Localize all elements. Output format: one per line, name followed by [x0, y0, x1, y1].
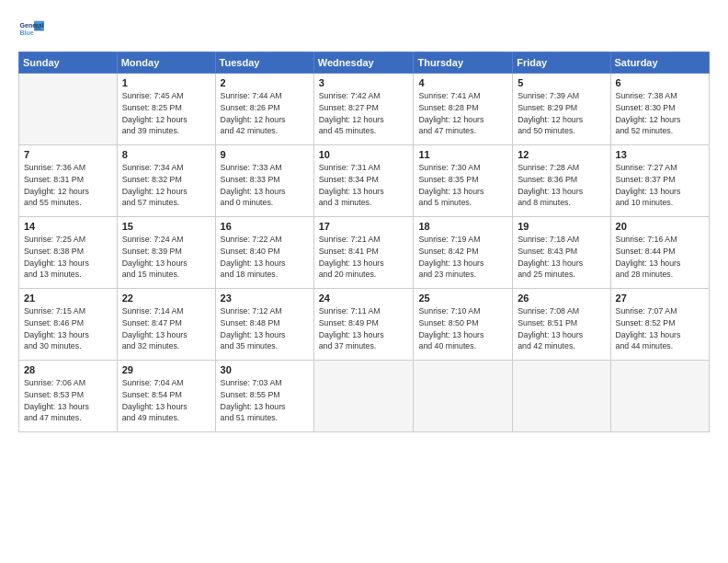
day-number: 11	[418, 149, 507, 160]
col-header-sunday: Sunday	[19, 52, 118, 74]
day-cell	[19, 74, 118, 145]
day-info: Sunrise: 7:22 AM Sunset: 8:40 PM Dayligh…	[221, 234, 309, 281]
day-cell: 10Sunrise: 7:31 AM Sunset: 8:34 PM Dayli…	[313, 145, 414, 217]
day-info: Sunrise: 7:10 AM Sunset: 8:50 PM Dayligh…	[418, 305, 507, 352]
day-number: 3	[319, 77, 409, 88]
day-info: Sunrise: 7:28 AM Sunset: 8:36 PM Dayligh…	[518, 162, 605, 209]
day-info: Sunrise: 7:41 AM Sunset: 8:28 PM Dayligh…	[418, 90, 507, 137]
day-info: Sunrise: 7:39 AM Sunset: 8:29 PM Dayligh…	[518, 90, 605, 137]
day-info: Sunrise: 7:25 AM Sunset: 8:38 PM Dayligh…	[24, 234, 112, 281]
col-header-monday: Monday	[117, 52, 215, 74]
day-number: 9	[221, 149, 309, 160]
day-info: Sunrise: 7:18 AM Sunset: 8:43 PM Dayligh…	[518, 234, 605, 281]
calendar-table: SundayMondayTuesdayWednesdayThursdayFrid…	[18, 52, 710, 432]
day-cell: 18Sunrise: 7:19 AM Sunset: 8:42 PM Dayli…	[414, 217, 513, 289]
day-info: Sunrise: 7:03 AM Sunset: 8:55 PM Dayligh…	[221, 377, 309, 424]
week-row-1: 1Sunrise: 7:45 AM Sunset: 8:25 PM Daylig…	[19, 74, 710, 145]
day-info: Sunrise: 7:15 AM Sunset: 8:46 PM Dayligh…	[24, 305, 112, 352]
week-row-5: 28Sunrise: 7:06 AM Sunset: 8:53 PM Dayli…	[19, 361, 710, 432]
day-number: 6	[616, 77, 704, 88]
day-cell: 24Sunrise: 7:11 AM Sunset: 8:49 PM Dayli…	[313, 289, 414, 361]
week-row-2: 7Sunrise: 7:36 AM Sunset: 8:31 PM Daylig…	[19, 145, 710, 217]
col-header-saturday: Saturday	[610, 52, 709, 74]
day-number: 22	[122, 293, 210, 304]
day-cell: 3Sunrise: 7:42 AM Sunset: 8:27 PM Daylig…	[313, 74, 414, 145]
day-cell	[610, 361, 709, 432]
day-cell: 5Sunrise: 7:39 AM Sunset: 8:29 PM Daylig…	[513, 74, 610, 145]
day-info: Sunrise: 7:11 AM Sunset: 8:49 PM Dayligh…	[319, 305, 409, 352]
day-cell: 25Sunrise: 7:10 AM Sunset: 8:50 PM Dayli…	[414, 289, 513, 361]
col-header-tuesday: Tuesday	[215, 52, 313, 74]
day-cell: 11Sunrise: 7:30 AM Sunset: 8:35 PM Dayli…	[414, 145, 513, 217]
day-number: 28	[24, 364, 112, 375]
day-cell	[513, 361, 610, 432]
logo: General Blue	[18, 17, 44, 42]
day-number: 18	[418, 221, 507, 232]
day-number: 13	[616, 149, 704, 160]
day-info: Sunrise: 7:33 AM Sunset: 8:33 PM Dayligh…	[221, 162, 309, 209]
day-cell: 27Sunrise: 7:07 AM Sunset: 8:52 PM Dayli…	[610, 289, 709, 361]
day-number: 8	[122, 149, 210, 160]
column-header-row: SundayMondayTuesdayWednesdayThursdayFrid…	[19, 52, 710, 74]
day-number: 2	[221, 77, 309, 88]
day-number: 23	[221, 293, 309, 304]
day-info: Sunrise: 7:19 AM Sunset: 8:42 PM Dayligh…	[418, 234, 507, 281]
day-cell: 13Sunrise: 7:27 AM Sunset: 8:37 PM Dayli…	[610, 145, 709, 217]
day-number: 30	[221, 364, 309, 375]
day-cell: 12Sunrise: 7:28 AM Sunset: 8:36 PM Dayli…	[513, 145, 610, 217]
day-info: Sunrise: 7:34 AM Sunset: 8:32 PM Dayligh…	[122, 162, 210, 209]
day-cell: 15Sunrise: 7:24 AM Sunset: 8:39 PM Dayli…	[117, 217, 215, 289]
day-cell: 6Sunrise: 7:38 AM Sunset: 8:30 PM Daylig…	[610, 74, 709, 145]
day-info: Sunrise: 7:14 AM Sunset: 8:47 PM Dayligh…	[122, 305, 210, 352]
day-cell: 19Sunrise: 7:18 AM Sunset: 8:43 PM Dayli…	[513, 217, 610, 289]
day-number: 21	[24, 293, 112, 304]
day-cell: 17Sunrise: 7:21 AM Sunset: 8:41 PM Dayli…	[313, 217, 414, 289]
day-number: 1	[122, 77, 210, 88]
svg-text:Blue: Blue	[20, 29, 34, 36]
day-number: 15	[122, 221, 210, 232]
day-number: 27	[616, 293, 704, 304]
day-info: Sunrise: 7:06 AM Sunset: 8:53 PM Dayligh…	[24, 377, 112, 424]
day-info: Sunrise: 7:30 AM Sunset: 8:35 PM Dayligh…	[418, 162, 507, 209]
day-cell: 4Sunrise: 7:41 AM Sunset: 8:28 PM Daylig…	[414, 74, 513, 145]
header: General Blue	[18, 17, 710, 42]
day-cell: 16Sunrise: 7:22 AM Sunset: 8:40 PM Dayli…	[215, 217, 313, 289]
col-header-thursday: Thursday	[414, 52, 513, 74]
col-header-friday: Friday	[513, 52, 610, 74]
week-row-3: 14Sunrise: 7:25 AM Sunset: 8:38 PM Dayli…	[19, 217, 710, 289]
day-number: 29	[122, 364, 210, 375]
day-cell: 9Sunrise: 7:33 AM Sunset: 8:33 PM Daylig…	[215, 145, 313, 217]
day-info: Sunrise: 7:27 AM Sunset: 8:37 PM Dayligh…	[616, 162, 704, 209]
day-info: Sunrise: 7:36 AM Sunset: 8:31 PM Dayligh…	[24, 162, 112, 209]
logo-icon: General Blue	[18, 17, 44, 42]
day-number: 24	[319, 293, 409, 304]
day-info: Sunrise: 7:08 AM Sunset: 8:51 PM Dayligh…	[518, 305, 605, 352]
day-info: Sunrise: 7:44 AM Sunset: 8:26 PM Dayligh…	[221, 90, 309, 137]
day-info: Sunrise: 7:07 AM Sunset: 8:52 PM Dayligh…	[616, 305, 704, 352]
day-info: Sunrise: 7:24 AM Sunset: 8:39 PM Dayligh…	[122, 234, 210, 281]
day-cell: 26Sunrise: 7:08 AM Sunset: 8:51 PM Dayli…	[513, 289, 610, 361]
day-number: 14	[24, 221, 112, 232]
week-row-4: 21Sunrise: 7:15 AM Sunset: 8:46 PM Dayli…	[19, 289, 710, 361]
day-number: 12	[518, 149, 605, 160]
day-number: 5	[518, 77, 605, 88]
page: General Blue SundayMondayTuesdayWednesda…	[0, 0, 728, 563]
day-info: Sunrise: 7:21 AM Sunset: 8:41 PM Dayligh…	[319, 234, 409, 281]
day-info: Sunrise: 7:31 AM Sunset: 8:34 PM Dayligh…	[319, 162, 409, 209]
svg-text:General: General	[20, 22, 44, 29]
day-info: Sunrise: 7:45 AM Sunset: 8:25 PM Dayligh…	[122, 90, 210, 137]
day-info: Sunrise: 7:16 AM Sunset: 8:44 PM Dayligh…	[616, 234, 704, 281]
day-cell	[313, 361, 414, 432]
day-info: Sunrise: 7:38 AM Sunset: 8:30 PM Dayligh…	[616, 90, 704, 137]
day-info: Sunrise: 7:04 AM Sunset: 8:54 PM Dayligh…	[122, 377, 210, 424]
day-number: 16	[221, 221, 309, 232]
col-header-wednesday: Wednesday	[313, 52, 414, 74]
day-cell	[414, 361, 513, 432]
day-number: 10	[319, 149, 409, 160]
day-cell: 30Sunrise: 7:03 AM Sunset: 8:55 PM Dayli…	[215, 361, 313, 432]
day-number: 7	[24, 149, 112, 160]
day-number: 4	[418, 77, 507, 88]
day-cell: 14Sunrise: 7:25 AM Sunset: 8:38 PM Dayli…	[19, 217, 118, 289]
day-cell: 29Sunrise: 7:04 AM Sunset: 8:54 PM Dayli…	[117, 361, 215, 432]
day-cell: 1Sunrise: 7:45 AM Sunset: 8:25 PM Daylig…	[117, 74, 215, 145]
